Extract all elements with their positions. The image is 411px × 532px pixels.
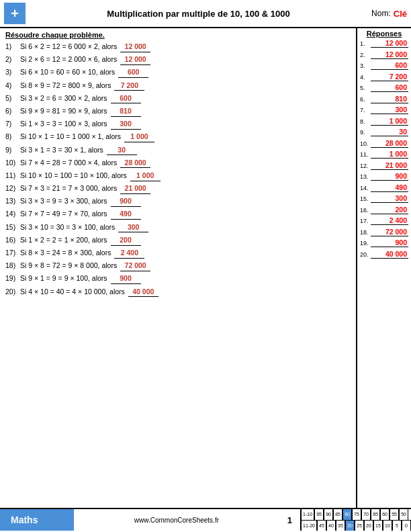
problem-number: 14) [5, 209, 20, 219]
problems-list: 1)Si 6 × 2 = 12 = 6 000 × 2, alors 12 00… [5, 42, 352, 297]
responses-list: 1.12 0002.12 0003.6004.7 2005.6006.8107.… [360, 39, 408, 259]
score-cell: 10 [383, 521, 392, 531]
problem-text: Si 6 × 2 = 12 = 6 000 × 2, alors 12 000 [20, 42, 352, 52]
problem-number: 17) [5, 248, 20, 258]
problem-text: Si 10 × 10 = 100 = 10 × 100, alors 1 000 [20, 171, 352, 181]
problem-number: 1) [5, 42, 20, 52]
problem-number: 12) [5, 183, 20, 193]
response-number: 11. [360, 151, 371, 158]
problem-number: 20) [5, 287, 20, 297]
footer-url: www.CommonCoreSheets.fr [74, 509, 279, 531]
response-value: 600 [371, 61, 408, 70]
problem-text: Si 7 × 7 = 49 = 7 × 70, alors 490 [20, 209, 352, 220]
problem-row: 2)Si 2 × 6 = 12 = 2 000 × 6, alors 12 00… [5, 54, 352, 65]
score-cell: 70 [361, 509, 371, 520]
problem-number: 15) [5, 222, 20, 232]
problem-row: 6)Si 9 × 9 = 81 = 90 × 9, alors 810 [5, 106, 352, 117]
logo-plus: + [11, 7, 19, 20]
answer-blank: 300 [118, 222, 148, 233]
score-cell: 30 [345, 521, 355, 531]
problem-row: 19)Si 9 × 1 = 9 = 9 × 100, alors 900 [5, 273, 352, 284]
footer-page: 1 [279, 509, 300, 531]
score-cell: 0 [402, 521, 411, 531]
problem-row: 4)Si 8 × 9 = 72 = 800 × 9, alors 7 200 [5, 81, 352, 91]
answer-blank: 30 [107, 145, 137, 156]
response-value: 300 [371, 105, 408, 114]
logo: + [4, 3, 26, 24]
response-value: 200 [371, 206, 408, 214]
response-value: 72 000 [371, 228, 408, 236]
footer-scores: 1-109590858075706560555011-2045403530252… [300, 509, 411, 531]
response-row: 17.2 400 [360, 216, 408, 225]
score-cell: 95 [314, 509, 324, 520]
problem-text: Si 8 × 9 = 72 = 800 × 9, alors 7 200 [20, 81, 352, 91]
response-value: 490 [371, 183, 408, 192]
score-cell: 45 [317, 521, 326, 531]
answer-blank: 900 [111, 196, 141, 207]
response-number: 14. [360, 185, 371, 191]
responses-section: Réponses 1.12 0002.12 0003.6004.7 2005.6… [357, 28, 411, 508]
problem-row: 14)Si 7 × 7 = 49 = 7 × 70, alors 490 [5, 209, 352, 220]
response-row: 3.600 [360, 61, 408, 70]
problem-number: 18) [5, 261, 20, 271]
response-value: 2 400 [371, 216, 408, 225]
response-value: 300 [371, 194, 408, 203]
response-number: 10. [360, 140, 371, 147]
response-number: 4. [360, 74, 371, 81]
problem-text: Si 6 × 10 = 60 = 60 × 10, alors 600 [20, 67, 352, 78]
problem-row: 8)Si 10 × 1 = 10 = 1 000 × 1, alors 1 00… [5, 132, 352, 142]
response-value: 810 [371, 95, 408, 103]
cle-label: Clé [394, 9, 407, 19]
response-number: 12. [360, 163, 371, 169]
answer-blank: 12 000 [120, 42, 150, 52]
answer-blank: 810 [111, 106, 141, 117]
response-row: 8.1 000 [360, 117, 408, 126]
response-value: 900 [371, 238, 408, 247]
response-number: 15. [360, 195, 371, 202]
response-row: 20.40 000 [360, 250, 408, 259]
score-cell: 35 [336, 521, 345, 531]
problem-text: Si 7 × 3 = 21 = 7 × 3 000, alors 21 000 [20, 183, 352, 194]
problem-number: 2) [5, 54, 20, 64]
answer-blank: 72 000 [120, 261, 150, 271]
response-value: 600 [371, 83, 408, 92]
score-row-top: 1-1095908580757065605550 [301, 509, 411, 521]
problem-text: Si 3 × 2 = 6 = 300 × 2, alors 600 [20, 93, 352, 104]
score-cell: 85 [333, 509, 342, 520]
problem-text: Si 2 × 6 = 12 = 2 000 × 6, alors 12 000 [20, 54, 352, 65]
response-row: 1.12 000 [360, 39, 408, 48]
problem-number: 10) [5, 158, 20, 168]
problem-number: 19) [5, 273, 20, 283]
problem-row: 17)Si 8 × 3 = 24 = 8 × 300, alors 2 400 [5, 248, 352, 259]
score-cell: 5 [392, 521, 402, 531]
response-row: 19.900 [360, 238, 408, 247]
instruction: Résoudre chaque problème. [5, 31, 352, 39]
answer-blank: 1 000 [130, 171, 161, 181]
response-number: 13. [360, 173, 371, 180]
response-row: 15.300 [360, 194, 408, 203]
score-cell: 1-10 [301, 509, 314, 520]
problem-number: 8) [5, 132, 20, 142]
header: + Multiplication par multiple de 10, 100… [0, 0, 411, 28]
response-row: 6.810 [360, 95, 408, 103]
problem-row: 7)Si 1 × 3 = 3 = 100 × 3, alors 300 [5, 119, 352, 130]
problem-text: Si 3 × 3 = 9 = 3 × 300, alors 900 [20, 196, 352, 207]
problem-text: Si 1 × 2 = 2 = 1 × 200, alors 200 [20, 235, 352, 246]
main-content: Résoudre chaque problème. 1)Si 6 × 2 = 1… [0, 28, 411, 508]
problem-row: 1)Si 6 × 2 = 12 = 6 000 × 2, alors 12 00… [5, 42, 352, 52]
response-number: 8. [360, 118, 371, 125]
score-row-bottom: 11-20454035302520151050 [301, 521, 411, 531]
response-row: 14.490 [360, 183, 408, 192]
answer-blank: 28 000 [120, 158, 150, 169]
response-row: 10.28 000 [360, 139, 408, 148]
response-row: 11.1 000 [360, 150, 408, 159]
response-row: 4.7 200 [360, 73, 408, 81]
response-number: 5. [360, 85, 371, 91]
problem-row: 12)Si 7 × 3 = 21 = 7 × 3 000, alors 21 0… [5, 183, 352, 194]
problem-text: Si 9 × 1 = 9 = 9 × 100, alors 900 [20, 273, 352, 284]
problem-number: 11) [5, 171, 20, 181]
answer-blank: 600 [111, 93, 141, 104]
answer-blank: 600 [118, 67, 148, 78]
response-number: 3. [360, 62, 371, 69]
response-row: 9.30 [360, 128, 408, 136]
